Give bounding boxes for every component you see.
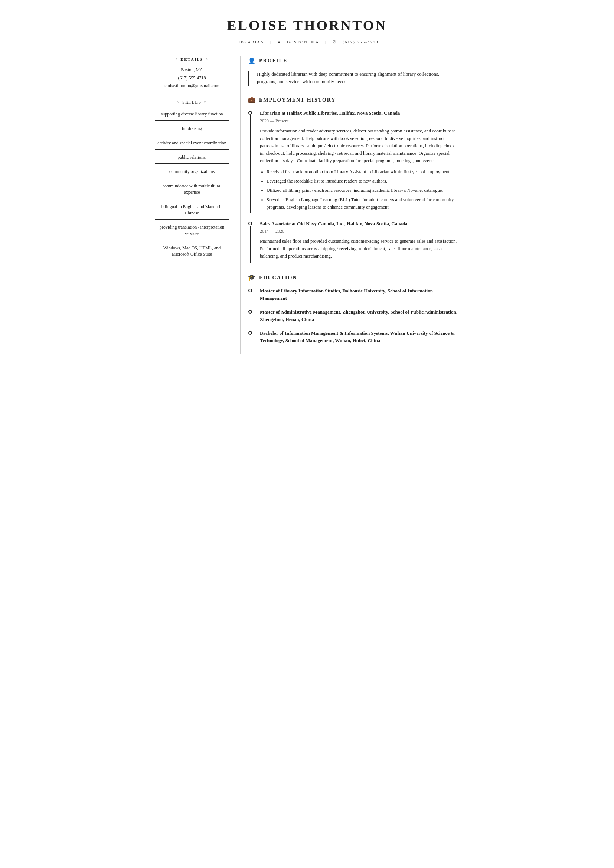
location-icon: ● (278, 39, 281, 45)
job-title: Librarian at Halifax Public Libraries, H… (260, 110, 459, 117)
employment-section: 💼 EMPLOYMENT HISTORY Librarian at Halifa… (248, 95, 459, 264)
skill-item: communicator with multicultural expertis… (155, 181, 229, 199)
main-layout: ○ DETAILS ○ Boston, MA (617) 555-4718 el… (155, 56, 459, 354)
sidebar: ○ DETAILS ○ Boston, MA (617) 555-4718 el… (155, 56, 229, 354)
header: ELOISE THORNTON LIBRARIAN | ● BOSTON, MA… (155, 15, 459, 45)
edu-entry: Bachelor of Information Management & Inf… (248, 330, 459, 344)
skill-item: supporting diverse library function (155, 109, 229, 121)
phone-icon: ✆ (333, 39, 337, 45)
profile-border (248, 71, 249, 86)
timeline-left (248, 110, 253, 212)
bullet-item: Served as English Language Learning (ELL… (267, 196, 459, 211)
edu-entry: Master of Library Information Studies, D… (248, 287, 459, 302)
job-dates: 2020 — Present (260, 118, 459, 124)
employment-header: 💼 EMPLOYMENT HISTORY (248, 95, 459, 104)
job-description: Maintained sales floor and provided outs… (260, 237, 459, 260)
employment-icon: 💼 (248, 95, 256, 104)
diamond-left: ○ (175, 57, 178, 62)
separator-1: | (270, 39, 272, 45)
bullet-item: Received fast-track promotion from Libra… (267, 168, 459, 175)
job-dates: 2014 — 2020 (260, 228, 459, 234)
job-content: Sales Associate at Old Navy Canada, Inc.… (256, 220, 459, 264)
job-content: Librarian at Halifax Public Libraries, H… (256, 110, 459, 212)
resume-page: ELOISE THORNTON LIBRARIAN | ● BOSTON, MA… (140, 0, 474, 376)
details-title: ○ DETAILS ○ (155, 56, 229, 63)
edu-entry: Master of Administrative Management, Zhe… (248, 308, 459, 323)
skills-section: ○ SKILLS ○ supporting diverse library fu… (155, 99, 229, 261)
phone-number: (617) 555-4718 (343, 39, 378, 45)
edu-title: Bachelor of Information Management & Inf… (260, 330, 459, 344)
sidebar-email: eloise.thornton@gmsmail.com (155, 82, 229, 90)
edu-title: Master of Library Information Studies, D… (260, 287, 459, 302)
timeline-left (248, 220, 253, 264)
timeline-dot (248, 222, 252, 225)
job-bullets: Received fast-track promotion from Libra… (260, 168, 459, 211)
details-section: ○ DETAILS ○ Boston, MA (617) 555-4718 el… (155, 56, 229, 90)
jobs-list: Librarian at Halifax Public Libraries, H… (248, 110, 459, 264)
profile-icon: 👤 (248, 56, 256, 65)
separator-2: | (325, 39, 327, 45)
timeline-line (250, 226, 251, 264)
edu-timeline-left (248, 308, 253, 313)
skill-item: activity and special event coordination (155, 138, 229, 150)
education-section: 🎓 EDUCATION Master of Library Informatio… (248, 273, 459, 344)
job-entry: Sales Associate at Old Navy Canada, Inc.… (248, 220, 459, 264)
skill-item: public relations. (155, 152, 229, 164)
contact-info: Boston, MA (617) 555-4718 eloise.thornto… (155, 66, 229, 90)
timeline-dot (248, 111, 252, 115)
skills-diamond-right: ○ (204, 99, 206, 105)
main-content: 👤 PROFILE Highly dedicated librarian wit… (240, 56, 459, 354)
bullet-item: Utilized all library print / electronic … (267, 187, 459, 194)
profile-section: 👤 PROFILE Highly dedicated librarian wit… (248, 56, 459, 86)
job-title: Sales Associate at Old Navy Canada, Inc.… (260, 220, 459, 228)
sidebar-phone: (617) 555-4718 (155, 74, 229, 82)
header-subtitle: LIBRARIAN | ● BOSTON, MA | ✆ (617) 555-4… (155, 39, 459, 45)
skills-title: ○ SKILLS ○ (155, 99, 229, 105)
edu-dot (248, 310, 252, 313)
profile-text: Highly dedicated librarian with deep com… (253, 71, 459, 86)
education-icon: 🎓 (248, 273, 256, 282)
skill-item: Windows, Mac OS, HTML, and Microsoft Off… (155, 243, 229, 261)
timeline-line (250, 115, 251, 212)
skill-item: bilingual in English and Mandarin Chines… (155, 202, 229, 220)
location: BOSTON, MA (287, 39, 319, 45)
edu-content: Master of Administrative Management, Zhe… (256, 308, 459, 323)
edu-timeline-left (248, 330, 253, 335)
skill-item: community organizations (155, 166, 229, 178)
edu-content: Master of Library Information Studies, D… (256, 287, 459, 302)
diamond-right: ○ (206, 57, 208, 62)
skills-list: supporting diverse library functionfundr… (155, 109, 229, 261)
skills-diamond-left: ○ (177, 99, 180, 105)
employment-title: EMPLOYMENT HISTORY (259, 96, 336, 104)
education-header: 🎓 EDUCATION (248, 273, 459, 282)
job-entry: Librarian at Halifax Public Libraries, H… (248, 110, 459, 212)
bullet-item: Leveraged the Readalike list to introduc… (267, 177, 459, 185)
profile-title: PROFILE (259, 57, 287, 65)
edu-title: Master of Administrative Management, Zhe… (260, 308, 459, 323)
edu-timeline-left (248, 287, 253, 293)
profile-content-wrapper: Highly dedicated librarian with deep com… (248, 71, 459, 86)
sidebar-city: Boston, MA (155, 66, 229, 74)
edu-dot (248, 289, 252, 293)
education-title: EDUCATION (259, 274, 297, 282)
education-list: Master of Library Information Studies, D… (248, 287, 459, 344)
skill-item: providing translation / interpretation s… (155, 222, 229, 240)
email-link[interactable]: eloise.thornton@gmsmail.com (164, 83, 219, 88)
edu-content: Bachelor of Information Management & Inf… (256, 330, 459, 344)
skill-item: fundraising (155, 123, 229, 135)
edu-dot (248, 331, 252, 335)
full-name: ELOISE THORNTON (155, 15, 459, 36)
job-description: Provide information and reader advisory … (260, 127, 459, 164)
profile-header: 👤 PROFILE (248, 56, 459, 65)
job-title: LIBRARIAN (236, 39, 264, 45)
